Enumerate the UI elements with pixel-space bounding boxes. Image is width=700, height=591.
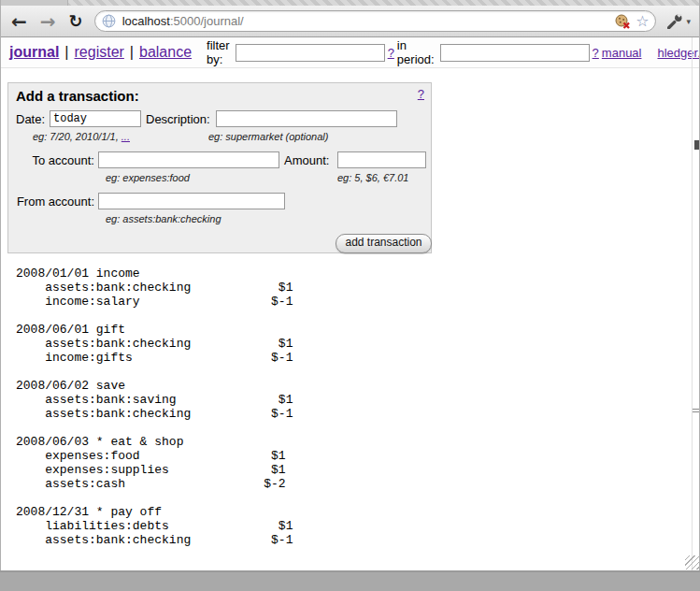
to-account-input[interactable]: [98, 151, 279, 168]
hledger-org-link[interactable]: hledger.org: [657, 46, 700, 60]
external-links: manual hledger.org: [602, 46, 700, 60]
url-path: :5000/journal/: [170, 14, 244, 28]
url-text: localhost:5000/journal/: [122, 14, 244, 28]
description-label: Description:: [146, 112, 210, 126]
cookie-blocked-icon[interactable]: [615, 14, 631, 29]
from-account-input[interactable]: [98, 193, 285, 209]
period-input[interactable]: [440, 44, 590, 62]
wrench-caret-icon: ▾: [686, 17, 691, 26]
filter-label: filter by:: [207, 38, 230, 66]
from-account-label: From account:: [10, 195, 94, 209]
date-hint: eg: 7/20, 2010/1/1, ...: [33, 131, 130, 142]
to-account-label: To account:: [14, 153, 94, 167]
description-hint: eg: supermarket (optional): [208, 131, 328, 142]
resize-grip[interactable]: [685, 555, 699, 569]
address-bar[interactable]: localhost:5000/journal/ ☆: [94, 10, 657, 32]
panel-title: Add a transaction:: [16, 88, 139, 104]
date-label: Date:: [16, 112, 45, 126]
period-help-link[interactable]: ?: [593, 46, 599, 60]
journal-text: 2008/01/01 income assets:bank:checking $…: [16, 267, 293, 547]
amount-label: Amount:: [284, 153, 329, 167]
description-input[interactable]: [216, 110, 397, 127]
globe-icon: [102, 14, 116, 28]
to-account-hint: eg: expenses:food: [106, 172, 190, 183]
manual-link[interactable]: manual: [602, 46, 642, 60]
nav-link-journal[interactable]: journal: [9, 44, 59, 61]
from-account-hint: eg: assets:bank:checking: [106, 213, 221, 224]
date-input[interactable]: [50, 110, 141, 127]
url-host: localhost: [122, 14, 170, 28]
period-label: in period:: [397, 38, 435, 66]
window-left-edge: [0, 0, 1, 571]
back-button[interactable]: ←: [11, 12, 27, 31]
reload-button[interactable]: ↻: [69, 13, 83, 30]
wrench-menu-button[interactable]: ▾: [667, 14, 691, 29]
bookmark-star-icon[interactable]: ☆: [636, 14, 649, 29]
panel-help-link[interactable]: ?: [418, 87, 424, 101]
nav-separator: |: [64, 44, 68, 61]
filter-help-link[interactable]: ?: [388, 46, 394, 60]
wrench-icon: [667, 14, 683, 29]
filter-input[interactable]: [236, 44, 385, 62]
add-transaction-panel: Add a transaction: ? Date: Description: …: [7, 82, 432, 253]
date-hint-text: eg: 7/20, 2010/1/1,: [33, 131, 121, 142]
forward-button[interactable]: →: [40, 12, 56, 31]
add-transaction-button[interactable]: add transaction: [336, 234, 432, 253]
nav-link-balance[interactable]: balance: [139, 44, 192, 61]
page-navbar: journal | register | balance filter by: …: [0, 37, 700, 68]
nav-separator: |: [130, 44, 134, 61]
content-right-edge: [692, 37, 693, 570]
amount-input[interactable]: [337, 151, 426, 168]
amount-hint: eg: 5, $6, €7.01: [337, 172, 408, 183]
date-hint-more-link[interactable]: ...: [121, 131, 130, 142]
nav-link-register[interactable]: register: [75, 44, 124, 61]
browser-toolbar: ← → ↻ localhost:5000/journal/ ☆: [0, 6, 700, 37]
desktop-background: Loading package bin-package-db-0.0.0.0 .…: [0, 572, 700, 591]
